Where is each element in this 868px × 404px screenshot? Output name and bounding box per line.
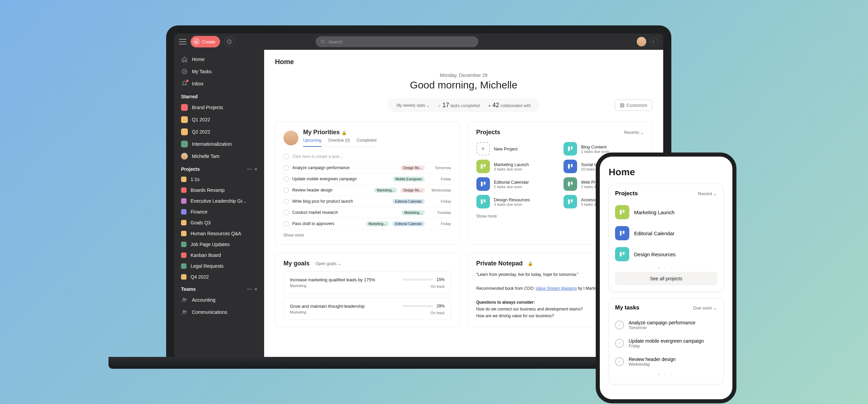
task-tag[interactable]: Marketing... xyxy=(374,188,397,193)
phone-task-item[interactable]: ✓Analyze campaign performanceTomorrow xyxy=(615,316,717,334)
teams-header[interactable]: Teams ⋯ + xyxy=(174,282,264,294)
phone-project-item[interactable]: Design Resources xyxy=(615,244,717,265)
check-icon[interactable]: ✓ xyxy=(615,321,624,329)
sidebar-starred-item[interactable]: Q2 2022 xyxy=(174,126,264,138)
due-dropdown[interactable]: Due soon ⌄ xyxy=(693,305,717,310)
projects-header[interactable]: Projects ⋯ + xyxy=(174,162,264,174)
check-icon[interactable]: ✓ xyxy=(615,339,624,348)
sidebar-starred-item[interactable]: Internationalization xyxy=(174,138,264,150)
task-tag[interactable]: Marketing... xyxy=(401,210,425,215)
phone-task-item[interactable]: ✓Review header designWednesday xyxy=(615,352,717,371)
folder-icon xyxy=(181,141,188,147)
history-icon[interactable] xyxy=(224,37,234,47)
more-icon[interactable]: ⋯ xyxy=(247,166,252,172)
svg-rect-16 xyxy=(484,199,485,202)
task-tag[interactable]: Editorial Calendar xyxy=(392,199,425,204)
create-button[interactable]: + Create xyxy=(191,36,220,47)
starred-header[interactable]: Starred xyxy=(174,90,264,101)
sidebar-project-item[interactable]: Finance xyxy=(174,206,264,217)
sidebar-starred-item[interactable]: Brand Projects xyxy=(174,101,264,114)
task-row[interactable]: Conduct market researchMarketing...Tuesd… xyxy=(283,207,451,218)
card-header: Projects Recents ⌄ xyxy=(476,129,644,136)
task-row[interactable]: Pass draft to approversMarketing...Edito… xyxy=(283,218,451,229)
item-label: Q4 2022 xyxy=(191,274,209,280)
lock-icon: 🔒 xyxy=(341,130,347,135)
tab-completed[interactable]: Completed xyxy=(357,138,376,147)
task-tag[interactable]: Mobile Evergreen xyxy=(393,177,425,182)
sidebar-project-item[interactable]: Q4 2022 xyxy=(174,271,264,282)
check-icon[interactable] xyxy=(283,187,289,193)
check-icon[interactable] xyxy=(283,176,289,182)
recent-dropdown[interactable]: Recent ⌄ xyxy=(698,191,717,196)
create-task-input[interactable]: Click here to create a task... xyxy=(283,151,451,162)
priorities-card: My Priorities 🔒 Upcoming Overdue (0) Com… xyxy=(275,122,460,245)
pagination-dots[interactable]: ● ○ ○ xyxy=(615,373,717,376)
goal-sub: Marketing xyxy=(290,310,396,314)
check-icon[interactable]: ✓ xyxy=(615,357,624,366)
more-icon[interactable]: ⋯ xyxy=(247,286,252,292)
task-row[interactable]: Analyze campaign performanceDesign Re...… xyxy=(283,162,451,174)
project-color-icon xyxy=(181,263,186,269)
rec-link[interactable]: Value Stream Mapping xyxy=(536,286,577,291)
task-tag[interactable]: Design Re... xyxy=(400,165,425,170)
phone-project-item[interactable]: Marketing Launch xyxy=(615,202,717,223)
section-label: Projects xyxy=(181,166,200,172)
task-tag[interactable]: Marketing... xyxy=(366,221,389,226)
tab-overdue[interactable]: Overdue (0) xyxy=(328,138,350,147)
project-item[interactable]: Design Resources3 tasks due soon xyxy=(476,193,557,210)
sidebar-team-item[interactable]: Communications xyxy=(174,306,264,318)
pagination-dots[interactable]: ● ○ ○ xyxy=(615,267,717,270)
user-avatar[interactable] xyxy=(637,37,646,46)
plus-icon: + xyxy=(476,142,490,156)
goals-dropdown[interactable]: Open goals ⌄ xyxy=(316,261,341,266)
nav-label: Inbox xyxy=(192,81,203,86)
nav-my-tasks[interactable]: My Tasks xyxy=(174,65,264,78)
sidebar-project-item[interactable]: Human Resources Q&A xyxy=(174,228,264,239)
goal-item[interactable]: Grow and maintain thought-leadershipMark… xyxy=(283,298,451,320)
add-icon[interactable]: + xyxy=(255,166,257,172)
lock-icon: 🔒 xyxy=(528,261,533,266)
check-icon[interactable] xyxy=(283,210,289,215)
sidebar-project-item[interactable]: Goals Q3 xyxy=(174,217,264,228)
check-icon[interactable] xyxy=(283,221,289,226)
sidebar-starred-item[interactable]: Q1 2022 xyxy=(174,114,264,126)
tab-upcoming[interactable]: Upcoming xyxy=(303,138,321,147)
sidebar-team-item[interactable]: Accounting xyxy=(174,294,264,306)
folder-icon xyxy=(181,128,188,135)
project-item[interactable]: Editorial Calendar2 tasks due soon xyxy=(476,175,557,193)
goal-item[interactable]: Increase marketing qualified leads by 17… xyxy=(283,271,451,294)
sidebar-project-item[interactable]: Job Page Updates xyxy=(174,239,264,250)
check-icon[interactable] xyxy=(283,199,289,204)
phone-project-item[interactable]: Editorial Calendar xyxy=(615,223,717,244)
dnd-icon[interactable]: ☾ xyxy=(650,37,658,46)
task-row[interactable]: Review header designMarketing...Design R… xyxy=(283,185,451,196)
sidebar-project-item[interactable]: 1:1s xyxy=(174,174,264,185)
nav-home[interactable]: Home xyxy=(174,53,264,65)
show-more-button[interactable]: Show more xyxy=(283,233,451,238)
team-icon xyxy=(181,297,188,303)
recents-dropdown[interactable]: Recents ⌄ xyxy=(624,130,644,135)
task-tag[interactable]: Editorial Calendar xyxy=(392,221,425,226)
check-icon[interactable] xyxy=(283,165,289,170)
search-input[interactable]: Search xyxy=(316,36,478,47)
add-icon[interactable]: + xyxy=(255,286,257,292)
phone-task-item[interactable]: ✓Update mobile evergreen campaignFriday xyxy=(615,334,717,352)
menu-toggle-icon[interactable] xyxy=(179,39,186,44)
sidebar-project-item[interactable]: Kanban Board xyxy=(174,250,264,261)
sidebar-starred-item[interactable]: Michelle Tam xyxy=(174,150,264,162)
task-row[interactable]: Write blog post for product launchEditor… xyxy=(283,196,451,207)
project-item[interactable]: Marketing Launch3 tasks due soon xyxy=(476,158,557,175)
sidebar-project-item[interactable]: Boards Revamp xyxy=(174,185,264,196)
grid-icon xyxy=(620,103,625,108)
stat-completed: ✓ 17 tasks completed xyxy=(438,102,479,109)
task-row[interactable]: Update mobile evergreen campaignMobile E… xyxy=(283,174,451,185)
customize-button[interactable]: Customize xyxy=(615,100,652,111)
task-tag[interactable]: Design Re... xyxy=(400,188,425,193)
sidebar-project-item[interactable]: Executive Leadership Gr... xyxy=(174,196,264,206)
task-sub: Wednesday xyxy=(629,362,676,367)
see-all-button[interactable]: See all projects xyxy=(615,272,717,285)
nav-inbox[interactable]: Inbox xyxy=(174,78,264,90)
sidebar-project-item[interactable]: Legal Requests xyxy=(174,261,264,271)
new-project-button[interactable]: +New Project xyxy=(476,140,557,158)
stats-dropdown[interactable]: My weekly stats ⌄ xyxy=(396,103,430,108)
